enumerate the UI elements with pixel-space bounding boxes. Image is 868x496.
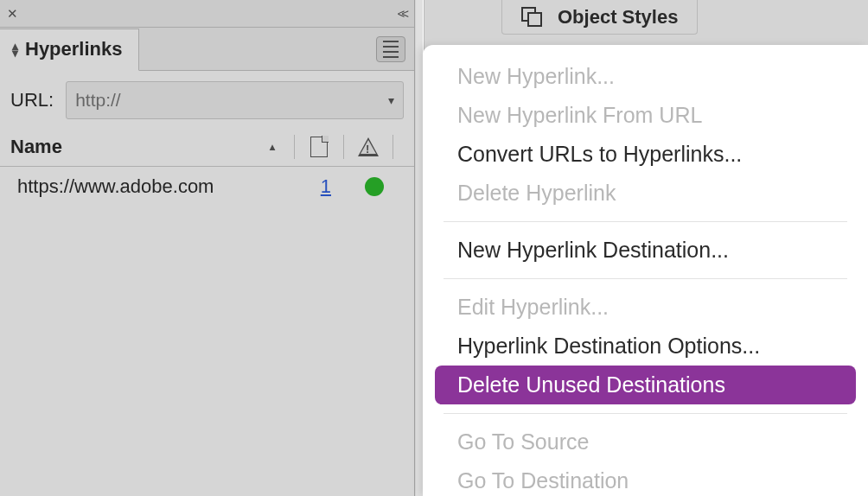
header-divider bbox=[393, 135, 393, 159]
menu-go-to-destination: Go To Destination bbox=[423, 461, 868, 496]
url-label: URL: bbox=[10, 89, 54, 111]
menu-destination-options[interactable]: Hyperlink Destination Options... bbox=[423, 327, 868, 366]
close-icon[interactable]: ✕ bbox=[0, 0, 24, 28]
object-styles-tab[interactable]: Object Styles bbox=[501, 0, 698, 35]
menu-delete-hyperlink: Delete Hyperlink bbox=[423, 174, 868, 213]
status-ok-icon bbox=[365, 177, 384, 196]
hyperlink-name: https://www.adobe.com bbox=[10, 175, 297, 198]
menu-delete-unused-destinations[interactable]: Delete Unused Destinations bbox=[435, 366, 856, 404]
url-row: URL: ▾ bbox=[0, 71, 414, 131]
panel-context-menu: New Hyperlink... New Hyperlink From URL … bbox=[423, 45, 868, 496]
column-name-header[interactable]: Name ▴ bbox=[10, 136, 284, 158]
table-header: Name ▴ ! bbox=[0, 131, 414, 167]
hyperlink-count-link[interactable]: 1 bbox=[321, 175, 331, 197]
hyperlinks-panel: ✕ << ▴▾ Hyperlinks URL: ▾ Name ▴ bbox=[0, 0, 415, 496]
header-divider bbox=[294, 135, 295, 159]
menu-convert-urls[interactable]: Convert URLs to Hyperlinks... bbox=[423, 135, 868, 174]
menu-separator bbox=[444, 278, 847, 279]
menu-separator bbox=[444, 221, 847, 222]
tab-label: Hyperlinks bbox=[25, 38, 123, 60]
object-styles-label: Object Styles bbox=[558, 6, 678, 29]
page-icon bbox=[310, 137, 328, 157]
menu-go-to-source: Go To Source bbox=[423, 423, 868, 461]
menu-new-hyperlink-from-url: New Hyperlink From URL bbox=[423, 96, 868, 135]
menu-new-hyperlink: New Hyperlink... bbox=[423, 57, 868, 96]
object-styles-icon bbox=[521, 7, 546, 28]
column-name-label: Name bbox=[10, 136, 62, 158]
collapse-icon[interactable]: << bbox=[388, 6, 414, 21]
panel-menu-button[interactable] bbox=[376, 36, 405, 62]
hyperlink-count-cell: 1 bbox=[297, 175, 345, 198]
menu-new-destination[interactable]: New Hyperlink Destination... bbox=[423, 231, 868, 270]
menu-edit-hyperlink: Edit Hyperlink... bbox=[423, 288, 868, 327]
panel-tabs: ▴▾ Hyperlinks bbox=[0, 28, 414, 71]
tab-hyperlinks[interactable]: ▴▾ Hyperlinks bbox=[0, 29, 139, 71]
menu-separator bbox=[444, 413, 847, 414]
column-page-header[interactable] bbox=[305, 137, 333, 157]
expand-collapse-icon: ▴▾ bbox=[12, 42, 18, 56]
panel-titlebar: ✕ << bbox=[0, 0, 414, 28]
header-divider bbox=[343, 135, 344, 159]
url-combo[interactable]: ▾ bbox=[66, 81, 404, 119]
column-status-header[interactable]: ! bbox=[354, 137, 382, 156]
url-input[interactable] bbox=[75, 90, 388, 111]
table-row[interactable]: https://www.adobe.com 1 bbox=[0, 167, 414, 207]
sort-indicator-icon: ▴ bbox=[270, 141, 275, 153]
hyperlink-status-cell bbox=[345, 177, 404, 196]
chevron-down-icon[interactable]: ▾ bbox=[388, 93, 394, 107]
warning-icon: ! bbox=[358, 137, 379, 156]
